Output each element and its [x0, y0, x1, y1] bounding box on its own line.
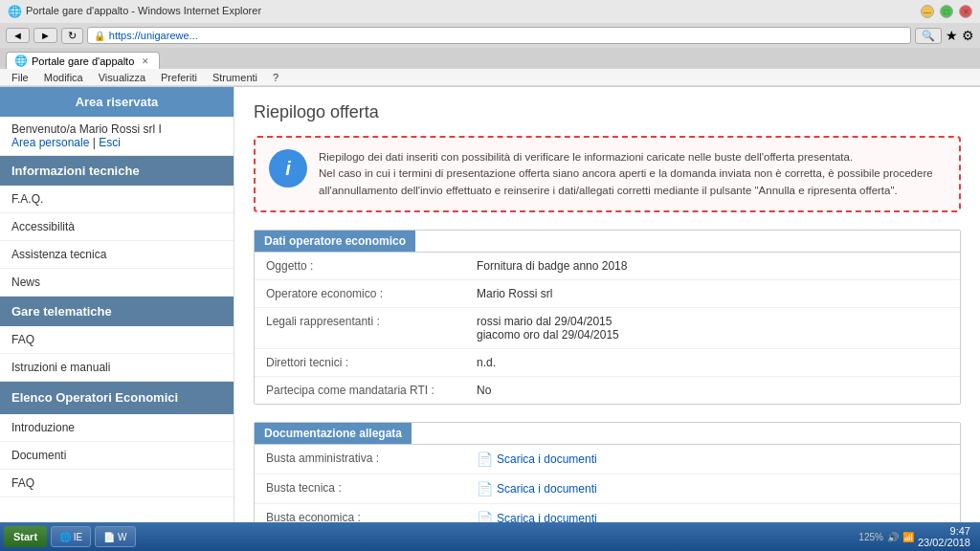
sidebar-section-elenco[interactable]: Elenco Operatori Economici [0, 382, 234, 414]
star-icon[interactable]: ★ [946, 28, 958, 43]
info-text: Riepilogo dei dati inseriti con possibil… [319, 149, 946, 199]
doc-link-text-tec: Scarica i documenti [497, 482, 597, 496]
dati-section: Dati operatore economico Oggetto : Forni… [254, 230, 961, 405]
doc-section: Documentazione allegata Busta amministra… [254, 422, 961, 534]
sidebar-item-faq3[interactable]: FAQ [0, 470, 234, 497]
sidebar: Area riservata Benvenuto/a Mario Rossi s… [0, 87, 234, 551]
value-operatore: Mario Rossi srl [465, 279, 960, 307]
taskbar: Start 🌐 IE 📄 W 125% 🔊 📶 9:47 23/02/2018 [0, 522, 980, 551]
sidebar-item-introduzione[interactable]: Introduzione [0, 414, 234, 442]
info-icon-letter: i [285, 158, 291, 180]
tab-icon: 🌐 [14, 55, 28, 67]
taskbar-icons: 125% 🔊 📶 [858, 532, 914, 542]
main-container: Area riservata Benvenuto/a Mario Rossi s… [0, 87, 980, 551]
sys-icon1: 🔊 [887, 532, 899, 542]
doc-icon-amm: 📄 [477, 452, 493, 467]
value-rti: No [465, 376, 960, 404]
sys-icon2: 📶 [902, 532, 914, 542]
doc-link-busta-amm[interactable]: 📄 Scarica i documenti [477, 452, 948, 467]
doc-link-busta-tec[interactable]: 📄 Scarica i documenti [477, 481, 948, 496]
label-busta-tec: Busta tecnica : [255, 474, 465, 503]
sidebar-item-assistenza[interactable]: Assistenza tecnica [0, 241, 234, 269]
zoom-label: 125% [858, 532, 883, 542]
sidebar-item-faq1[interactable]: F.A.Q. [0, 186, 234, 213]
table-row: Direttori tecnici : n.d. [255, 348, 960, 376]
menu-help[interactable]: ? [269, 72, 282, 83]
label-operatore: Operatore economico : [255, 279, 465, 307]
title-bar-left: 🌐 Portale gare d'appalto - Windows Inter… [8, 5, 261, 18]
lock-icon: 🔒 [94, 31, 105, 41]
close-button[interactable]: ✕ [959, 5, 972, 18]
sidebar-header: Area riservata [0, 87, 234, 117]
table-row: Oggetto : Fornitura di badge anno 2018 [255, 253, 960, 280]
label-direttori: Direttori tecnici : [255, 348, 465, 376]
tab-close-button[interactable]: ✕ [142, 56, 149, 66]
active-tab[interactable]: 🌐 Portale gare d'appalto ✕ [6, 52, 160, 69]
table-row: Legali rappresentanti : rossi mario dal … [255, 307, 960, 348]
info-icon: i [269, 149, 307, 187]
tools-icon[interactable]: ⚙ [962, 28, 974, 43]
doc-link-text-amm: Scarica i documenti [497, 452, 597, 466]
sidebar-item-news[interactable]: News [0, 269, 234, 297]
doc-table: Busta amministrativa : 📄 Scarica i docum… [255, 445, 960, 533]
sidebar-welcome: Benvenuto/a Mario Rossi srl I Area perso… [0, 117, 234, 156]
back-button[interactable]: ◄ [6, 28, 30, 43]
area-personale-link[interactable]: Area personale [11, 136, 89, 149]
title-bar: 🌐 Portale gare d'appalto - Windows Inter… [0, 0, 980, 23]
esci-link[interactable]: Esci [99, 136, 121, 149]
taskbar-ie[interactable]: 🌐 IE [51, 526, 91, 547]
navigation-bar: ◄ ► ↻ 🔒 https://unigarewe... 🔍 ★ ⚙ [0, 23, 980, 48]
sidebar-section-informazioni[interactable]: Informazioni tecniche [0, 156, 234, 186]
value-busta-tec: 📄 Scarica i documenti [465, 474, 960, 503]
maximize-button[interactable]: □ [940, 5, 953, 18]
label-oggetto: Oggetto : [255, 253, 465, 280]
dati-section-title: Dati operatore economico [255, 231, 415, 252]
sidebar-item-accessibilita[interactable]: Accessibilità [0, 213, 234, 241]
clock-time: 9:47 [918, 525, 970, 537]
table-row: Operatore economico : Mario Rossi srl [255, 279, 960, 307]
sidebar-item-faq2[interactable]: FAQ [0, 326, 234, 354]
info-text-line2: Nel caso in cui i termini di presentazio… [319, 167, 933, 195]
menu-bar: File Modifica Visualizza Preferiti Strum… [0, 69, 980, 86]
clock-date: 23/02/2018 [918, 537, 970, 548]
welcome-text: Benvenuto/a Mario Rossi srl I [11, 122, 162, 136]
menu-preferiti[interactable]: Preferiti [157, 72, 201, 83]
content-area: Riepilogo offerta i Riepilogo dei dati i… [234, 87, 980, 551]
menu-file[interactable]: File [8, 72, 33, 83]
menu-visualizza[interactable]: Visualizza [95, 72, 149, 83]
value-direttori: n.d. [465, 348, 960, 376]
label-rti: Partecipa come mandataria RTI : [255, 376, 465, 404]
label-busta-amm: Busta amministrativa : [255, 445, 465, 474]
sidebar-section-elenco-label: Elenco Operatori Economici [11, 390, 178, 405]
value-legali: rossi mario dal 29/04/2015 giacomo oro d… [465, 307, 960, 348]
info-box: i Riepilogo dei dati inseriti con possib… [254, 136, 961, 212]
search-button[interactable]: 🔍 [915, 28, 942, 44]
sidebar-item-documenti[interactable]: Documenti [0, 442, 234, 470]
doc-icon-tec: 📄 [477, 481, 493, 496]
browser-chrome: 🌐 Portale gare d'appalto - Windows Inter… [0, 0, 980, 87]
taskbar-clock: 9:47 23/02/2018 [918, 525, 976, 548]
refresh-button[interactable]: ↻ [61, 28, 83, 44]
doc-section-title: Documentazione allegata [255, 423, 412, 444]
info-text-line1: Riepilogo dei dati inseriti con possibil… [319, 151, 853, 163]
value-busta-amm: 📄 Scarica i documenti [465, 445, 960, 474]
menu-strumenti[interactable]: Strumenti [209, 72, 261, 83]
table-row: Busta amministrativa : 📄 Scarica i docum… [255, 445, 960, 474]
window-controls: — □ ✕ [921, 5, 972, 18]
address-bar[interactable]: 🔒 https://unigarewe... [87, 27, 911, 44]
minimize-button[interactable]: — [921, 5, 934, 18]
sidebar-item-istruzioni[interactable]: Istruzioni e manuali [0, 354, 234, 382]
dati-table: Oggetto : Fornitura di badge anno 2018 O… [255, 253, 960, 404]
browser-icon: 🌐 [8, 5, 22, 18]
table-row: Busta tecnica : 📄 Scarica i documenti [255, 474, 960, 503]
start-button[interactable]: Start [4, 526, 47, 547]
value-oggetto: Fornitura di badge anno 2018 [465, 253, 960, 280]
forward-button[interactable]: ► [33, 28, 57, 43]
menu-modifica[interactable]: Modifica [40, 72, 87, 83]
legali-line2: giacomo oro dal 29/04/2015 [477, 328, 619, 342]
taskbar-word[interactable]: 📄 W [95, 526, 135, 547]
sidebar-section-gare[interactable]: Gare telematiche [0, 297, 234, 326]
tab-label: Portale gare d'appalto [32, 55, 134, 67]
page-title: Riepilogo offerta [254, 102, 961, 122]
url-text: https://unigarewe... [109, 30, 198, 41]
